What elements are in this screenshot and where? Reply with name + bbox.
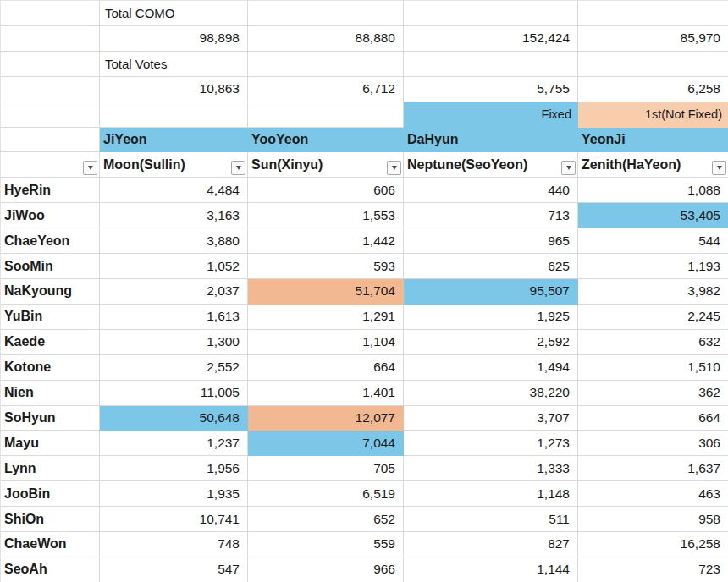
cell-shion-1[interactable]: 652: [248, 507, 404, 532]
filter-dropdown-button[interactable]: [231, 161, 245, 175]
cell-nakyoung-3[interactable]: 3,982: [578, 279, 728, 305]
cell-kaede-3[interactable]: 632: [578, 330, 728, 355]
filter-header-zenith[interactable]: Zenith(HaYeon): [578, 152, 728, 178]
cell-hyerin-0[interactable]: 4,484: [100, 178, 248, 203]
row-name-seoah[interactable]: SeoAh: [1, 557, 100, 582]
filter-dropdown-button[interactable]: [387, 161, 401, 175]
row-name-chaewon[interactable]: ChaeWon: [1, 532, 100, 557]
cell-empty[interactable]: [1, 102, 100, 128]
cell-shion-0[interactable]: 10,741: [100, 507, 248, 532]
first-not-fixed-tag[interactable]: 1st(Not Fixed): [578, 102, 728, 128]
cell-chaeyeon-1[interactable]: 1,442: [248, 228, 404, 254]
cell-lynn-3[interactable]: 1,637: [578, 456, 728, 481]
cell-empty[interactable]: [248, 1, 404, 26]
cell-jiwoo-0[interactable]: 3,163: [100, 203, 248, 228]
cell-sohyun-3[interactable]: 664: [578, 406, 728, 431]
cell-kotone-1[interactable]: 664: [248, 355, 404, 381]
cell-kotone-3[interactable]: 1,510: [578, 355, 728, 381]
total-como-yeonji[interactable]: 85,970: [578, 26, 728, 52]
cell-mayu-2[interactable]: 1,273: [404, 431, 578, 456]
group-header-yooyeon[interactable]: YooYeon: [248, 128, 404, 153]
cell-empty[interactable]: [1, 1, 100, 26]
cell-yubin-3[interactable]: 2,245: [578, 305, 728, 330]
row-name-chaeyeon[interactable]: ChaeYeon: [1, 228, 100, 254]
cell-sohyun-1[interactable]: 12,077: [248, 406, 404, 431]
row-name-kotone[interactable]: Kotone: [1, 355, 100, 381]
cell-sohyun-2[interactable]: 3,707: [404, 406, 578, 431]
cell-nien-0[interactable]: 11,005: [100, 381, 248, 406]
row-name-jiwoo[interactable]: JiWoo: [1, 203, 100, 228]
cell-jiwoo-3[interactable]: 53,405: [578, 203, 728, 228]
cell-mayu-1[interactable]: 7,044: [248, 431, 404, 456]
cell-kaede-1[interactable]: 1,104: [248, 330, 404, 355]
total-como-jiyeon[interactable]: 98,898: [100, 26, 248, 52]
group-header-dahyun[interactable]: DaHyun: [404, 128, 578, 153]
cell-joobin-1[interactable]: 6,519: [248, 481, 404, 507]
row-name-nien[interactable]: Nien: [1, 381, 100, 406]
cell-hyerin-3[interactable]: 1,088: [578, 178, 728, 203]
cell-nakyoung-1[interactable]: 51,704: [248, 279, 404, 305]
row-name-sohyun[interactable]: SoHyun: [1, 406, 100, 431]
filter-header-neptune[interactable]: Neptune(SeoYeon): [404, 152, 578, 178]
total-votes-dahyun[interactable]: 5,755: [404, 77, 578, 102]
cell-empty[interactable]: [248, 102, 404, 128]
cell-soomin-1[interactable]: 593: [248, 254, 404, 279]
row-name-soomin[interactable]: SooMin: [1, 254, 100, 279]
cell-chaeyeon-2[interactable]: 965: [404, 228, 578, 254]
fixed-tag[interactable]: Fixed: [404, 102, 578, 128]
cell-yubin-0[interactable]: 1,613: [100, 305, 248, 330]
cell-shion-2[interactable]: 511: [404, 507, 578, 532]
total-votes-label[interactable]: Total Votes: [100, 52, 248, 77]
cell-yubin-2[interactable]: 1,925: [404, 305, 578, 330]
cell-mayu-3[interactable]: 306: [578, 431, 728, 456]
total-como-yooyeon[interactable]: 88,880: [248, 26, 404, 52]
cell-empty[interactable]: [1, 26, 100, 52]
cell-chaewon-3[interactable]: 16,258: [578, 532, 728, 557]
cell-chaeyeon-3[interactable]: 544: [578, 228, 728, 254]
cell-chaewon-0[interactable]: 748: [100, 532, 248, 557]
cell-empty[interactable]: [100, 102, 248, 128]
cell-empty[interactable]: [578, 52, 728, 77]
cell-empty[interactable]: [404, 1, 578, 26]
cell-jiwoo-2[interactable]: 713: [404, 203, 578, 228]
cell-hyerin-2[interactable]: 440: [404, 178, 578, 203]
cell-soomin-3[interactable]: 1,193: [578, 254, 728, 279]
filter-dropdown-button[interactable]: [712, 161, 726, 175]
cell-nakyoung-2[interactable]: 95,507: [404, 279, 578, 305]
row-name-mayu[interactable]: Mayu: [1, 431, 100, 456]
cell-nien-1[interactable]: 1,401: [248, 381, 404, 406]
total-como-dahyun[interactable]: 152,424: [404, 26, 578, 52]
cell-seoah-0[interactable]: 547: [100, 557, 248, 582]
cell-lynn-2[interactable]: 1,333: [404, 456, 578, 481]
cell-nien-3[interactable]: 362: [578, 381, 728, 406]
cell-kotone-0[interactable]: 2,552: [100, 355, 248, 381]
cell-joobin-2[interactable]: 1,148: [404, 481, 578, 507]
cell-seoah-1[interactable]: 966: [248, 557, 404, 582]
row-name-hyerin[interactable]: HyeRin: [1, 178, 100, 203]
group-header-jiyeon[interactable]: JiYeon: [100, 128, 248, 153]
cell-empty[interactable]: [248, 52, 404, 77]
cell-kotone-2[interactable]: 1,494: [404, 355, 578, 381]
row-name-yubin[interactable]: YuBin: [1, 305, 100, 330]
filter-header-sun[interactable]: Sun(Xinyu): [248, 152, 404, 178]
row-name-nakyoung[interactable]: NaKyoung: [1, 279, 100, 305]
cell-chaewon-2[interactable]: 827: [404, 532, 578, 557]
cell-empty[interactable]: [1, 77, 100, 102]
cell-jiwoo-1[interactable]: 1,553: [248, 203, 404, 228]
group-header-yeonji[interactable]: YeonJi: [578, 128, 728, 153]
cell-kaede-2[interactable]: 2,592: [404, 330, 578, 355]
filter-header-rowlabel[interactable]: [1, 152, 100, 178]
cell-chaeyeon-0[interactable]: 3,880: [100, 228, 248, 254]
cell-seoah-3[interactable]: 723: [578, 557, 728, 582]
cell-empty[interactable]: [1, 128, 100, 153]
cell-lynn-1[interactable]: 705: [248, 456, 404, 481]
cell-joobin-3[interactable]: 463: [578, 481, 728, 507]
cell-soomin-0[interactable]: 1,052: [100, 254, 248, 279]
row-name-lynn[interactable]: Lynn: [1, 456, 100, 481]
cell-sohyun-0[interactable]: 50,648: [100, 406, 248, 431]
cell-nien-2[interactable]: 38,220: [404, 381, 578, 406]
row-name-shion[interactable]: ShiOn: [1, 507, 100, 532]
cell-kaede-0[interactable]: 1,300: [100, 330, 248, 355]
cell-hyerin-1[interactable]: 606: [248, 178, 404, 203]
total-como-label[interactable]: Total COMO: [100, 1, 248, 26]
